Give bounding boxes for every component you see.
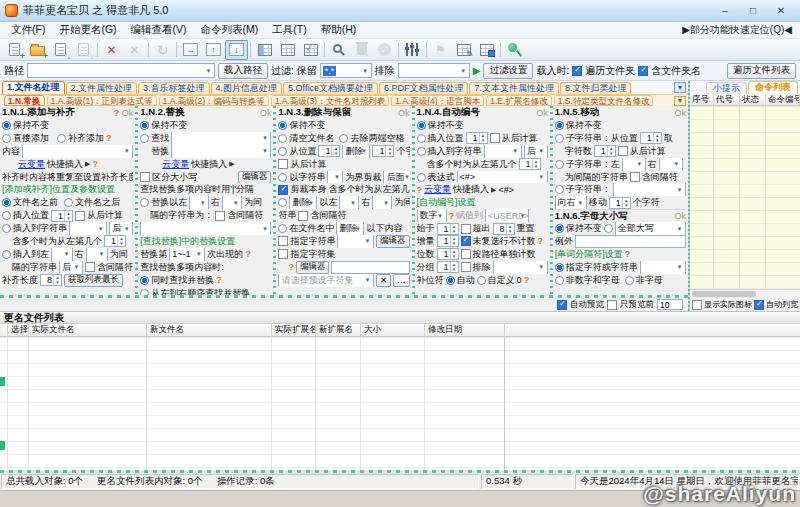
- spinner-arrows[interactable]: [53, 275, 61, 285]
- apply-grid-icon[interactable]: [299, 40, 322, 60]
- minimize-button[interactable]: –: [711, 3, 739, 19]
- menu-file[interactable]: 文件(F): [4, 22, 52, 38]
- load-path-button[interactable]: 载入路径: [218, 63, 268, 79]
- p3-dellr-radio[interactable]: [278, 198, 287, 207]
- p4-fromend-checkbox[interactable]: [490, 133, 500, 143]
- search-icon[interactable]: [327, 40, 350, 60]
- tab-music-tags[interactable]: 3.音乐标签处理: [138, 82, 210, 94]
- add-folder-icon[interactable]: +: [26, 40, 49, 60]
- new-list-icon[interactable]: +: [3, 40, 26, 60]
- p3-inname-action-combo[interactable]: 删除: [336, 222, 364, 235]
- menu-help[interactable]: 帮助(H): [314, 22, 364, 38]
- p2-find-radio[interactable]: [140, 134, 149, 143]
- p4-start-spinner[interactable]: 1: [437, 223, 459, 235]
- p5-pos-spinner[interactable]: 1: [640, 132, 662, 144]
- p1-inspos-radio[interactable]: [2, 211, 11, 220]
- p3-clear-radio[interactable]: [278, 134, 287, 143]
- trash-icon[interactable]: [350, 40, 373, 60]
- p1-insstr-side-combo[interactable]: 后: [109, 222, 133, 235]
- p4-group-spinner[interactable]: 1: [437, 261, 459, 273]
- col-command-id[interactable]: 命令编号: [766, 94, 800, 105]
- p4-cloudvar-link[interactable]: 云变量: [424, 183, 451, 196]
- move-right-icon[interactable]: →: [179, 40, 202, 60]
- p4-perpath-checkbox[interactable]: [461, 249, 471, 259]
- p2-keep-radio[interactable]: [140, 121, 149, 130]
- tab-file-attributes[interactable]: 2.文件属性处理: [66, 82, 138, 94]
- p5-right-combo[interactable]: [659, 158, 683, 171]
- col-modified-date[interactable]: 修改日期: [425, 324, 505, 336]
- p6-case-combo[interactable]: 全部大写: [615, 222, 686, 235]
- p4-side-combo[interactable]: 后: [524, 145, 548, 158]
- spinner-arrows[interactable]: [506, 224, 514, 234]
- help-icon[interactable]: ?: [288, 262, 294, 272]
- p5-direction-combo[interactable]: 向右: [555, 196, 587, 209]
- p2-cloudvar-link[interactable]: 云变量: [162, 158, 189, 171]
- p6-case-radio[interactable]: [604, 224, 613, 233]
- refresh-icon[interactable]: ↻: [151, 40, 174, 60]
- p3-del-combo[interactable]: 删除: [289, 196, 317, 209]
- p4-digits-spinner[interactable]: 1: [437, 248, 459, 260]
- p4-inspos-spinner[interactable]: 1: [466, 132, 488, 144]
- p1-right-combo[interactable]: [86, 248, 108, 261]
- p3-trim-radio[interactable]: [339, 134, 348, 143]
- load-list-icon[interactable]: ↓: [49, 40, 72, 60]
- p2-sepstr-combo[interactable]: [140, 222, 271, 235]
- col-index[interactable]: 序号: [690, 94, 714, 105]
- spinner-arrows[interactable]: [450, 224, 458, 234]
- p1-keep-radio[interactable]: [2, 121, 11, 130]
- p1-inslr-radio[interactable]: [2, 250, 11, 259]
- p2-replr-radio[interactable]: [140, 198, 149, 207]
- p3-action-combo[interactable]: 删除: [342, 145, 370, 158]
- adjust-sliders-icon[interactable]: [401, 40, 424, 60]
- spinner-arrows[interactable]: [331, 146, 339, 156]
- spinner-arrows[interactable]: [450, 262, 458, 272]
- p3-side-combo[interactable]: 后面: [383, 171, 409, 184]
- p5-move-spinner[interactable]: 1: [609, 197, 631, 209]
- p1-left-combo[interactable]: [51, 248, 73, 261]
- p3-specstr-checkbox[interactable]: [278, 236, 288, 246]
- table-save-icon[interactable]: [475, 40, 498, 60]
- tab-command-list[interactable]: 命令列表: [748, 81, 798, 94]
- p6-keep-radio[interactable]: [555, 224, 564, 233]
- p1-sep-side-combo[interactable]: 后: [59, 261, 83, 274]
- preview-count-input[interactable]: [657, 299, 683, 310]
- tab-office-summary[interactable]: 5.Office文档摘要处理: [283, 82, 378, 94]
- subtab-overflow-button[interactable]: ▼: [674, 96, 686, 106]
- traverse-folders-checkbox[interactable]: [572, 66, 582, 76]
- p3-cutself-checkbox[interactable]: [278, 185, 288, 195]
- subtab-common[interactable]: 1.N.常换: [4, 95, 45, 106]
- flag-icon[interactable]: ⚑: [429, 40, 452, 60]
- tab-text-attributes[interactable]: 7.文本文件属性处理: [469, 82, 559, 94]
- p5-count-spinner[interactable]: 1: [594, 145, 616, 157]
- subtab-special-types[interactable]: 1.S.特定类型文件名修改: [554, 95, 654, 106]
- move-down-icon[interactable]: ↓: [225, 40, 248, 60]
- p1-pad-radio[interactable]: [57, 134, 66, 143]
- subtab-script[interactable]: 1.A.高级(4)：语言脚本: [391, 95, 484, 106]
- menu-start-rename[interactable]: 开始更名(G): [52, 22, 123, 38]
- col-new-filename[interactable]: 新文件名: [147, 324, 272, 336]
- traverse-file-list-button[interactable]: 遍历文件列表: [727, 63, 796, 79]
- p1-fromend-checkbox[interactable]: [75, 211, 85, 221]
- view-grid-columns-icon[interactable]: [276, 40, 299, 60]
- tab-pdf-attributes[interactable]: 6.PDF文档属性处理: [379, 82, 469, 94]
- p6-spec-combo[interactable]: [640, 261, 686, 274]
- p2-inclsep-checkbox[interactable]: [215, 211, 225, 221]
- spinner-arrows[interactable]: [117, 236, 125, 246]
- tab-file-classify[interactable]: 8.文件归类处理: [560, 82, 632, 94]
- col-actual-ext[interactable]: 实际扩展名: [272, 324, 316, 336]
- p2-find-combo[interactable]: [171, 132, 271, 145]
- col-actual-filename[interactable]: 实际文件名: [29, 324, 147, 336]
- spinner-arrows[interactable]: [450, 236, 458, 246]
- p3-charset-field[interactable]: [331, 261, 409, 274]
- tab-image-info[interactable]: 4.图片信息处理: [211, 82, 283, 94]
- p4-number-type-combo[interactable]: 数字: [417, 209, 447, 222]
- subtab-encoding[interactable]: 1.A.高级(2)：编码与转换等: [159, 95, 269, 106]
- p5-fromend-checkbox[interactable]: [618, 146, 628, 156]
- help-icon[interactable]: ?: [625, 249, 631, 259]
- p3-clear-preset-button[interactable]: ✕: [376, 274, 391, 287]
- command-list-grid[interactable]: [690, 106, 800, 289]
- arrow-right-icon[interactable]: ▶: [85, 160, 90, 168]
- spinner-arrows[interactable]: [653, 133, 661, 143]
- p4-insstr-combo[interactable]: [484, 145, 522, 158]
- p4-inc-spinner[interactable]: 1: [437, 235, 459, 247]
